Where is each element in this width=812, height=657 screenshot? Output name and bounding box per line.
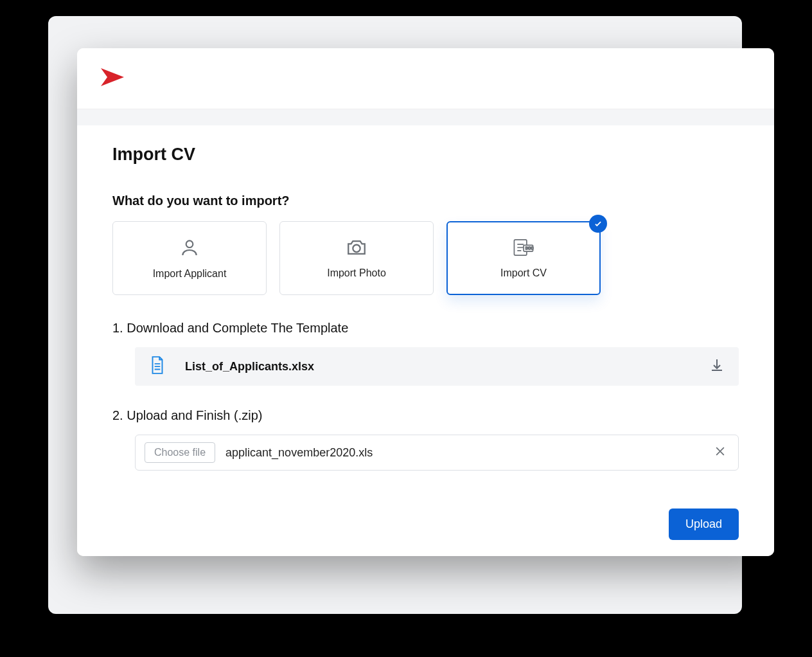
file-input-row: Choose file applicant_november2020.xls <box>135 435 739 471</box>
option-label: Import Photo <box>327 267 386 279</box>
option-import-photo[interactable]: Import Photo <box>279 221 434 295</box>
option-label: Import CV <box>500 267 547 279</box>
page-title: Import CV <box>112 145 739 165</box>
svg-point-0 <box>186 240 193 248</box>
document-icon: DOC <box>513 238 534 260</box>
chosen-file-name: applicant_november2020.xls <box>225 446 701 460</box>
upload-button[interactable]: Upload <box>669 509 739 540</box>
svg-text:DOC: DOC <box>525 246 533 250</box>
strip-divider <box>77 109 774 125</box>
step2-heading: 2. Upload and Finish (.zip) <box>112 408 739 423</box>
content-area: Import CV What do you want to import? Im… <box>77 125 774 556</box>
import-question: What do you want to import? <box>112 194 739 208</box>
check-icon <box>589 215 607 233</box>
main-panel: Import CV What do you want to import? Im… <box>77 48 774 556</box>
person-icon <box>179 237 200 260</box>
header <box>77 48 774 109</box>
step1-heading: 1. Download and Complete The Template <box>112 321 739 336</box>
close-icon[interactable] <box>711 442 729 463</box>
template-download-row: List_of_Applicants.xlsx <box>135 347 739 386</box>
camera-icon <box>346 238 367 260</box>
template-file-name: List_of_Applicants.xlsx <box>185 360 690 374</box>
file-icon <box>149 356 166 377</box>
svg-point-1 <box>353 244 360 251</box>
download-icon[interactable] <box>709 357 725 375</box>
option-label: Import Applicant <box>153 268 227 280</box>
option-row: Import Applicant Import Photo <box>112 221 739 295</box>
option-import-cv[interactable]: DOC Import CV <box>446 221 601 295</box>
logo-icon <box>100 66 129 91</box>
option-import-applicant[interactable]: Import Applicant <box>112 221 267 295</box>
choose-file-button[interactable]: Choose file <box>145 442 215 463</box>
